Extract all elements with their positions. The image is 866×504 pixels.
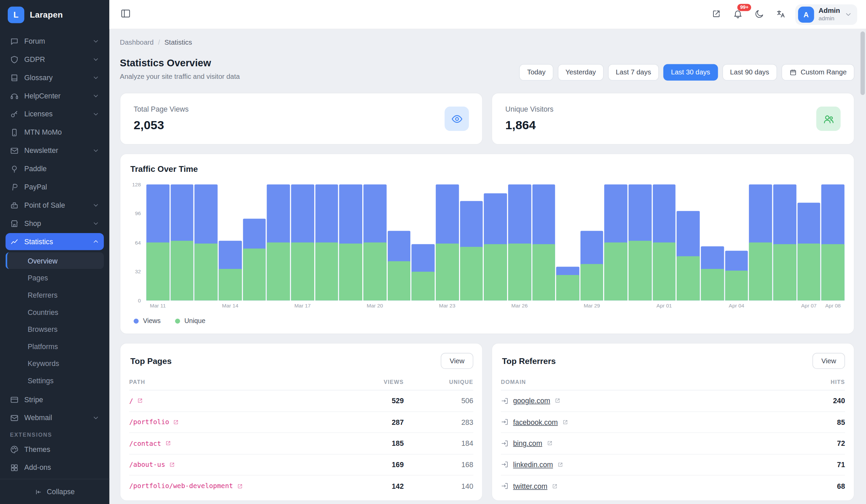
sidebar-item-webmail[interactable]: Webmail — [5, 409, 104, 427]
chart-bar-group[interactable] — [291, 184, 314, 300]
referrer-domain-link[interactable]: twitter.com — [513, 482, 547, 490]
sidebar-item-themes[interactable]: Themes — [5, 441, 104, 458]
top-referrers-view-button[interactable]: View — [812, 353, 845, 369]
unique-bar — [387, 261, 410, 300]
sidebar-subitem-settings[interactable]: Settings — [5, 372, 104, 389]
breadcrumb-dashboard[interactable]: Dashboard — [120, 38, 154, 46]
chevron-down-icon — [92, 414, 99, 421]
range-button-custom-range[interactable]: Custom Range — [781, 64, 855, 80]
sidebar-item-paddle[interactable]: Paddle — [5, 160, 104, 177]
chart-bar-group[interactable] — [580, 184, 603, 300]
chart-bar-group[interactable] — [195, 184, 218, 300]
collapse-button[interactable]: Collapse — [0, 479, 109, 504]
sidebar-subitem-browsers[interactable]: Browsers — [5, 321, 104, 338]
referrer-domain-link[interactable]: linkedin.com — [513, 460, 553, 469]
page-path-link[interactable]: /contact — [129, 439, 346, 447]
chart-bar-group[interactable] — [797, 184, 820, 300]
chart-bar-group[interactable] — [532, 184, 555, 300]
legend-label: Unique — [184, 317, 206, 325]
page-path-link[interactable]: /portfolio/web-development — [129, 482, 346, 490]
page-path-link[interactable]: / — [129, 397, 346, 405]
chart-bar-group[interactable] — [436, 184, 459, 300]
sidebar-subitem-pages[interactable]: Pages — [5, 270, 104, 286]
page-title-block: Statistics Overview Analyze your site tr… — [120, 57, 240, 81]
referrer-external-link[interactable] — [555, 398, 561, 404]
sidebar-item-mtn-momo[interactable]: MTN MoMo — [5, 124, 104, 141]
sidebar-item-forum[interactable]: Forum — [5, 33, 104, 50]
sidebar-item-glossary[interactable]: Glossary — [5, 69, 104, 86]
x-axis-tick: Mar 20 — [367, 303, 383, 309]
sidebar-item-add-ons[interactable]: Add-ons — [5, 459, 104, 476]
notifications-button[interactable]: 99+ — [731, 7, 745, 22]
sidebar-item-label: Licenses — [24, 110, 53, 118]
chart-bar-group[interactable] — [267, 184, 290, 300]
chart-bar-group[interactable] — [773, 184, 796, 300]
chart-bar-group[interactable] — [749, 184, 772, 300]
range-button-last-7-days[interactable]: Last 7 days — [608, 64, 659, 80]
range-button-last-30-days[interactable]: Last 30 days — [663, 64, 718, 80]
sidebar-item-paypal[interactable]: PayPal — [5, 178, 104, 195]
chart-bar-group[interactable] — [315, 184, 338, 300]
dark-mode-button[interactable] — [752, 7, 767, 22]
chart-x-axis: Mar 11Mar 14Mar 17Mar 20Mar 23Mar 26Mar … — [146, 300, 845, 309]
chart-bar-group[interactable] — [387, 184, 410, 300]
sidebar-subitem-overview[interactable]: Overview — [5, 252, 104, 269]
range-button-yesterday[interactable]: Yesterday — [558, 64, 604, 80]
sidebar-item-licenses[interactable]: Licenses — [5, 105, 104, 123]
chart-bar-group[interactable] — [243, 184, 266, 300]
page-path: /portfolio/web-development — [129, 482, 233, 490]
chart-bar-group[interactable] — [508, 184, 531, 300]
chart-bar-group[interactable] — [484, 184, 507, 300]
chart-bar-group[interactable] — [821, 184, 844, 300]
x-axis-tick: Mar 29 — [584, 303, 600, 309]
sidebar-subitem-referrers[interactable]: Referrers — [5, 287, 104, 303]
chart-bar-group[interactable] — [604, 184, 628, 300]
panel-icon — [120, 8, 131, 19]
sidebar-toggle-button[interactable] — [118, 6, 133, 23]
page-path-link[interactable]: /portfolio — [129, 418, 346, 426]
scrollbar-thumb[interactable] — [861, 32, 865, 95]
table-row: bing.com72 — [501, 433, 845, 454]
language-button[interactable] — [774, 7, 788, 22]
brand-initial: L — [13, 10, 19, 19]
range-button-today[interactable]: Today — [519, 64, 553, 80]
unique-bar — [170, 240, 193, 300]
referrer-domain-link[interactable]: bing.com — [513, 439, 542, 447]
brand[interactable]: L Larapen — [0, 0, 109, 30]
chart-bar-group[interactable] — [339, 184, 362, 300]
range-button-last-90-days[interactable]: Last 90 days — [722, 64, 777, 80]
chart-bar-group[interactable] — [677, 184, 700, 300]
chart-bar-group[interactable] — [460, 184, 483, 300]
referrer-external-link[interactable] — [557, 461, 564, 468]
sidebar-item-newsletter[interactable]: Newsletter — [5, 142, 104, 159]
referrer-external-link[interactable] — [552, 483, 558, 489]
open-site-button[interactable] — [709, 7, 724, 22]
chart-bar-group[interactable] — [701, 184, 724, 300]
sidebar-item-point-of-sale[interactable]: Point of Sale — [5, 197, 104, 214]
chart-bar-group[interactable] — [412, 184, 435, 300]
chart-bar-group[interactable] — [170, 184, 193, 300]
sidebar-subitem-platforms[interactable]: Platforms — [5, 338, 104, 355]
page-path-link[interactable]: /about-us — [129, 461, 346, 469]
chart-bar-group[interactable] — [556, 184, 579, 300]
referrer-cell: twitter.com — [501, 482, 779, 490]
sidebar-item-gdpr[interactable]: GDPR — [5, 51, 104, 68]
referrer-external-link[interactable] — [547, 440, 553, 447]
sidebar-subitem-keywords[interactable]: Keywords — [5, 355, 104, 372]
chart-bar-group[interactable] — [219, 184, 242, 300]
chart-bar-group[interactable] — [725, 184, 748, 300]
sidebar-item-stripe[interactable]: Stripe — [5, 391, 104, 408]
sidebar-item-shop[interactable]: Shop — [5, 215, 104, 232]
top-pages-view-button[interactable]: View — [441, 353, 473, 369]
sidebar-item-statistics[interactable]: Statistics — [5, 233, 104, 250]
referrer-domain-link[interactable]: google.com — [513, 397, 551, 405]
chart-bar-group[interactable] — [146, 184, 169, 300]
referrer-domain-link[interactable]: facebook.com — [513, 418, 558, 426]
chart-bar-group[interactable] — [629, 184, 652, 300]
chart-bar-group[interactable] — [653, 184, 676, 300]
referrer-external-link[interactable] — [562, 419, 568, 425]
sidebar-item-helpcenter[interactable]: HelpCenter — [5, 87, 104, 104]
user-menu[interactable]: A Admin admin — [795, 4, 857, 24]
chart-bar-group[interactable] — [363, 184, 386, 300]
sidebar-subitem-countries[interactable]: Countries — [5, 304, 104, 320]
